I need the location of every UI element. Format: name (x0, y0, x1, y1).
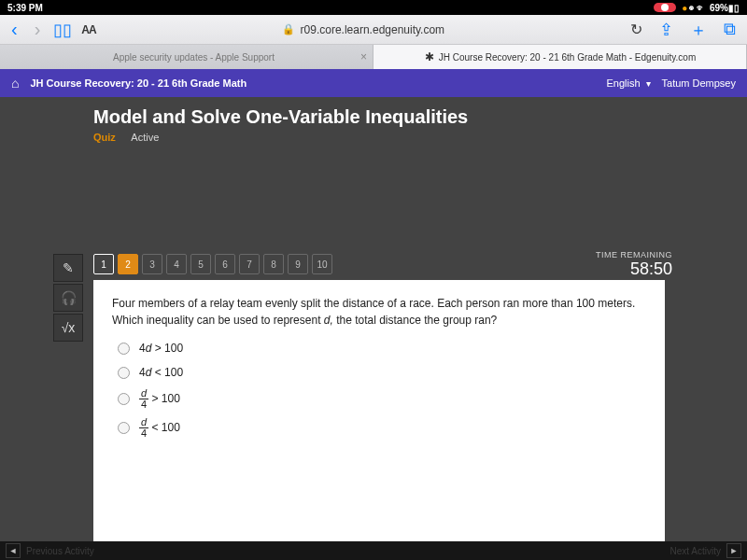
language-selector[interactable]: English (606, 77, 650, 89)
reload-button[interactable]: ↻ (630, 21, 642, 38)
share-icon[interactable]: ⇪ (659, 20, 673, 40)
choice-c[interactable]: d4 > 100 (118, 388, 646, 410)
recording-indicator (654, 3, 676, 12)
audio-tool[interactable]: 🎧 (53, 284, 83, 312)
course-title: JH Course Recovery: 20 - 21 6th Grade Ma… (30, 77, 247, 89)
bookmarks-icon[interactable]: ▯▯ (53, 20, 72, 40)
next-activity-label: Next Activity (670, 546, 721, 556)
timer: TIME REMAINING 58:50 (596, 250, 672, 279)
question-body: Four members of a relay team evenly spli… (93, 280, 665, 560)
question-nav-8[interactable]: 8 (263, 254, 284, 274)
browser-toolbar: ‹ › ▯▯ AA 🔒 r09.core.learn.edgenuity.com… (0, 15, 747, 45)
clock: 5:39 PM (7, 3, 43, 13)
question-text: Four members of a relay team evenly spli… (112, 295, 646, 329)
question-nav-6[interactable]: 6 (215, 254, 235, 274)
lesson-title: Model and Solve One-Variable Inequalitie… (93, 106, 747, 128)
address-bar[interactable]: 🔒 r09.core.learn.edgenuity.com (106, 23, 621, 36)
lock-icon: 🔒 (282, 23, 295, 35)
timer-label: TIME REMAINING (596, 250, 672, 259)
choice-b[interactable]: 4d < 100 (118, 364, 646, 381)
tab-label: JH Course Recovery: 20 - 21 6th Grade Ma… (439, 52, 697, 63)
activity-footer: ◄ Previous Activity Next Activity ► (0, 541, 747, 560)
edgenuity-icon: ✱ (424, 51, 435, 63)
new-tab-icon[interactable]: ＋ (690, 19, 707, 41)
location-dot-icon: ● (682, 3, 687, 13)
main-area: Model and Solve One-Variable Inequalitie… (0, 97, 747, 541)
course-header: ⌂ JH Course Recovery: 20 - 21 6th Grade … (0, 69, 747, 97)
url-text: r09.core.learn.edgenuity.com (301, 23, 445, 36)
question-nav-5[interactable]: 5 (190, 254, 211, 274)
prev-activity-button[interactable]: ◄ (6, 543, 21, 558)
answer-choices: 4d > 100 4d < 100 d4 > 100 d4 < 100 (112, 340, 646, 439)
tab-label: Apple security updates - Apple Support (113, 52, 275, 63)
browser-tab-apple[interactable]: Apple security updates - Apple Support × (0, 45, 374, 69)
lesson-mode: Quiz (93, 132, 116, 143)
back-button[interactable]: ‹ (7, 19, 21, 40)
wifi-icon: ◉ ᯤ (689, 3, 706, 13)
radio-icon[interactable] (118, 393, 130, 405)
formula-tool[interactable]: √x (53, 314, 83, 342)
tool-palette: ✎ 🎧 √x (53, 254, 83, 343)
pencil-tool[interactable]: ✎ (53, 254, 83, 282)
user-name[interactable]: Tatum Dempsey (662, 77, 736, 89)
chevron-down-icon (646, 77, 651, 89)
close-tab-icon[interactable]: × (360, 50, 367, 63)
forward-button[interactable]: › (31, 19, 45, 40)
lesson-status: Active (131, 132, 159, 143)
browser-tab-edgenuity[interactable]: ✱ JH Course Recovery: 20 - 21 6th Grade … (374, 45, 747, 69)
radio-icon[interactable] (118, 422, 130, 434)
prev-activity-label: Previous Activity (26, 546, 94, 556)
battery-icon: ▮▯ (728, 3, 740, 13)
browser-tabs: Apple security updates - Apple Support ×… (0, 45, 747, 69)
question-nav-3[interactable]: 3 (142, 254, 162, 274)
question-nav-1[interactable]: 1 (93, 254, 114, 274)
next-activity-button[interactable]: ► (726, 543, 741, 558)
choice-a[interactable]: 4d > 100 (118, 340, 646, 357)
tabs-icon[interactable]: ⧉ (724, 20, 736, 39)
battery-label: 69% (710, 3, 728, 13)
question-nav-4[interactable]: 4 (166, 254, 187, 274)
apple-icon (98, 51, 109, 63)
question-card: Four members of a relay team evenly spli… (93, 280, 665, 560)
question-nav-7[interactable]: 7 (239, 254, 260, 274)
device-status-bar: 5:39 PM ● ◉ ᯤ 69% ▮▯ (0, 0, 747, 15)
choice-d[interactable]: d4 < 100 (118, 417, 646, 439)
radio-icon[interactable] (118, 343, 130, 355)
lesson-header: Model and Solve One-Variable Inequalitie… (0, 97, 747, 148)
timer-value: 58:50 (596, 259, 672, 279)
text-size-button[interactable]: AA (81, 23, 95, 36)
question-nav-9[interactable]: 9 (288, 254, 308, 274)
question-nav-2[interactable]: 2 (118, 254, 138, 274)
mic-icon (661, 4, 669, 11)
home-icon[interactable]: ⌂ (11, 76, 19, 91)
radio-icon[interactable] (118, 367, 130, 379)
question-nav: 1 2 3 4 5 6 7 8 9 10 (93, 254, 332, 274)
question-nav-10[interactable]: 10 (312, 254, 332, 274)
